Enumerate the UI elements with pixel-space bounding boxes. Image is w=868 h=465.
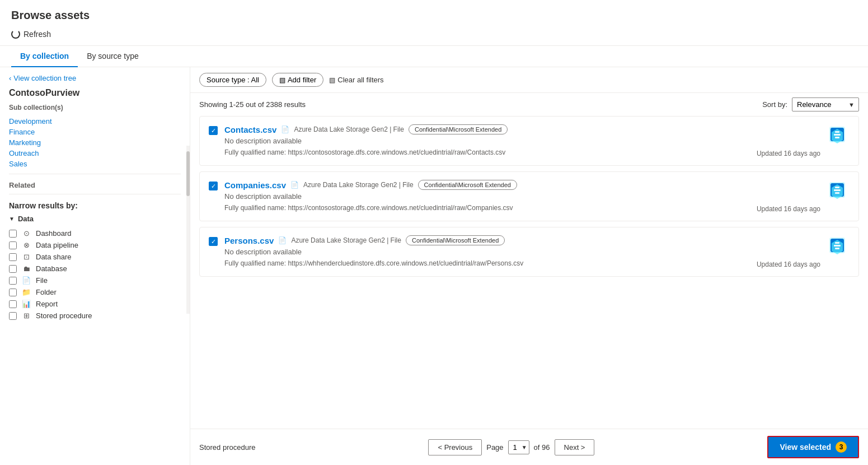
of-label: of 96: [534, 443, 550, 452]
database-icon: 🖿: [21, 264, 31, 273]
stored-proc-label: Stored procedure: [199, 443, 255, 452]
dashboard-checkbox[interactable]: [9, 230, 17, 238]
folder-checkbox[interactable]: [9, 289, 17, 296]
view-collection-tree[interactable]: ‹ View collection tree: [9, 74, 181, 82]
collection-name: ContosoPurview: [9, 88, 181, 98]
view-selected-button[interactable]: View selected 3: [767, 436, 859, 458]
file-label: File: [36, 276, 48, 285]
fqn-label-contacts: Fully qualified name:: [224, 148, 286, 156]
filter-item-data-share[interactable]: ⊡ Data share: [9, 251, 181, 263]
data-section-label: Data: [18, 215, 34, 223]
asset-description-contacts: No description available: [224, 137, 820, 145]
view-selected-label: View selected: [780, 443, 831, 452]
asset-info-companies: Companies.csv 📄 Azure Data Lake Storage …: [224, 180, 820, 213]
asset-name-companies[interactable]: Companies.csv: [224, 180, 286, 190]
asset-checkbox-companies[interactable]: ✓: [209, 182, 218, 190]
svg-rect-16: [834, 245, 841, 247]
svg-rect-10: [834, 189, 841, 191]
checkmark-icon: ✓: [211, 127, 216, 134]
report-label: Report: [36, 300, 58, 308]
data-section-header[interactable]: ▼ Data: [9, 215, 181, 223]
filter-item-dashboard[interactable]: ⊙ Dashboard: [9, 227, 181, 239]
sub-collection-development[interactable]: Development: [9, 116, 181, 127]
asset-icon-contacts: [827, 124, 850, 147]
asset-checkbox-contacts[interactable]: ✓: [209, 126, 218, 135]
sub-collection-finance[interactable]: Finance: [9, 127, 181, 137]
asset-source-companies: Azure Data Lake Storage Gen2 | File: [303, 181, 414, 189]
asset-badge-persons: Confidential\Microsoft Extended: [406, 235, 505, 245]
checkmark-icon-3: ✓: [211, 238, 216, 245]
fqn-label-companies: Fully qualified name:: [224, 204, 286, 212]
fqn-value-contacts: https://contosostorage.dfs.core.windows.…: [288, 148, 505, 156]
sub-collection-outreach[interactable]: Outreach: [9, 148, 181, 159]
results-count: Showing 1-25 out of 2388 results: [199, 100, 306, 109]
fqn-value-companies: https://contosostorage.dfs.core.windows.…: [288, 204, 513, 212]
refresh-button[interactable]: Refresh: [11, 27, 51, 41]
sidebar: ‹ View collection tree ContosoPurview Su…: [0, 67, 190, 465]
asset-checkbox-persons[interactable]: ✓: [209, 237, 218, 246]
pagination-right: View selected 3: [767, 436, 859, 458]
database-label: Database: [36, 264, 67, 273]
tab-by-source-type[interactable]: By source type: [78, 46, 148, 67]
asset-fqn-persons: Fully qualified name: https://whhendercl…: [224, 259, 523, 267]
svg-rect-17: [835, 248, 839, 249]
view-collection-tree-label: View collection tree: [13, 74, 76, 82]
sort-select[interactable]: Relevance Name Updated: [792, 97, 859, 111]
asset-source-contacts: Azure Data Lake Storage Gen2 | File: [294, 125, 404, 133]
sub-collection-sales[interactable]: Sales: [9, 159, 181, 169]
svg-rect-11: [835, 192, 839, 194]
checkmark-icon-2: ✓: [211, 183, 216, 190]
filters-bar: Source type : All ▧ Add filter ▧ Clear a…: [190, 67, 868, 93]
previous-button[interactable]: < Previous: [428, 439, 482, 455]
fqn-label-persons: Fully qualified name:: [224, 259, 286, 267]
file-type-icon: 📄: [281, 125, 289, 133]
stored-procedure-label: Stored procedure: [36, 311, 92, 320]
clear-all-filters-button[interactable]: ▧ Clear all filters: [329, 76, 383, 84]
related-label: Related: [9, 181, 181, 189]
asset-source-persons: Azure Data Lake Storage Gen2 | File: [291, 236, 401, 244]
pagination-center: < Previous Page 1 ▼ of 96 Next >: [428, 439, 594, 455]
asset-name-contacts[interactable]: Contacts.csv: [224, 125, 276, 134]
asset-icon-persons: [827, 235, 850, 258]
file-checkbox[interactable]: [9, 277, 17, 285]
filter-item-database[interactable]: 🖿 Database: [9, 263, 181, 275]
sort-by-container: Sort by: Relevance Name Updated ▼: [762, 97, 859, 111]
folder-label: Folder: [36, 288, 57, 296]
asset-card-companies: ✓ Companies.csv 📄 Azure Data Lake Storag…: [199, 171, 859, 221]
tab-by-collection[interactable]: By collection: [11, 46, 78, 67]
narrow-results-label: Narrow results by:: [9, 201, 181, 210]
filter-item-report[interactable]: 📊 Report: [9, 298, 181, 310]
file-icon: 📄: [21, 276, 31, 285]
assets-list: ✓ Contacts.csv 📄 Azure Data Lake Storage…: [190, 116, 868, 429]
database-checkbox[interactable]: [9, 265, 17, 273]
asset-name-persons[interactable]: Persons.csv: [224, 236, 274, 245]
asset-updated-contacts: Updated 16 days ago: [757, 150, 820, 157]
report-checkbox[interactable]: [9, 300, 17, 308]
file-type-icon-3: 📄: [278, 236, 287, 244]
funnel-icon: ▧: [279, 76, 285, 84]
next-button[interactable]: Next >: [555, 439, 595, 455]
fqn-value-persons: https://whhendercluedinstore.dfs.core.wi…: [288, 259, 523, 267]
source-type-filter-pill[interactable]: Source type : All: [199, 73, 266, 87]
dashboard-label: Dashboard: [36, 229, 72, 238]
clear-filters-label: Clear all filters: [337, 76, 383, 84]
stored-procedure-checkbox[interactable]: [9, 312, 17, 320]
stored-procedure-icon: ⊞: [21, 311, 31, 320]
data-share-checkbox[interactable]: [9, 253, 17, 261]
filter-item-stored-procedure[interactable]: ⊞ Stored procedure: [9, 310, 181, 322]
data-pipeline-checkbox[interactable]: [9, 241, 17, 249]
pagination-bar: Stored procedure < Previous Page 1 ▼ of …: [190, 429, 868, 465]
asset-badge-contacts: Confidential\Microsoft Extended: [409, 124, 508, 134]
asset-card-persons: ✓ Persons.csv 📄 Azure Data Lake Storage …: [199, 227, 859, 277]
add-filter-button[interactable]: ▧ Add filter: [272, 73, 323, 87]
asset-title-row-contacts: Contacts.csv 📄 Azure Data Lake Storage G…: [224, 124, 820, 134]
filter-item-file[interactable]: 📄 File: [9, 275, 181, 286]
results-panel: Source type : All ▧ Add filter ▧ Clear a…: [190, 67, 868, 465]
filter-item-folder[interactable]: 📁 Folder: [9, 286, 181, 298]
chevron-left-icon: ‹: [9, 74, 11, 82]
page-select[interactable]: 1: [508, 440, 529, 454]
filter-item-data-pipeline[interactable]: ⊗ Data pipeline: [9, 239, 181, 251]
asset-title-row-companies: Companies.csv 📄 Azure Data Lake Storage …: [224, 180, 820, 190]
asset-card-contacts: ✓ Contacts.csv 📄 Azure Data Lake Storage…: [199, 116, 859, 166]
sub-collection-marketing[interactable]: Marketing: [9, 137, 181, 148]
